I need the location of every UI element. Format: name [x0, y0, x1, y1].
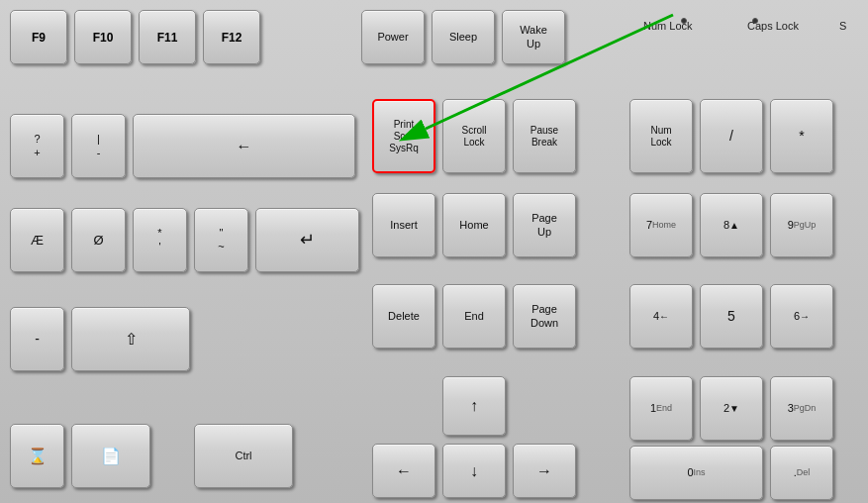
- key-o-slash[interactable]: Ø: [71, 208, 126, 272]
- key-page-down[interactable]: PageDown: [513, 284, 576, 349]
- key-end[interactable]: End: [442, 284, 506, 349]
- key-pipe[interactable]: |-: [71, 114, 126, 178]
- key-shift[interactable]: ⇧: [71, 307, 190, 371]
- key-num-lock[interactable]: NumLock: [629, 99, 693, 173]
- key-num-2[interactable]: 2▼: [700, 376, 763, 441]
- key-num-0[interactable]: 0Ins: [629, 446, 763, 500]
- keyboard: Power Sleep WakeUp Num Lock Caps Lock S …: [0, 0, 868, 503]
- key-page-up[interactable]: PageUp: [513, 193, 576, 257]
- key-home[interactable]: Home: [442, 193, 506, 257]
- key-enter[interactable]: ↵: [255, 208, 359, 272]
- key-doc[interactable]: 📄: [71, 424, 150, 488]
- key-wake-up[interactable]: WakeUp: [502, 10, 565, 64]
- key-pause-break[interactable]: PauseBreak: [513, 99, 576, 173]
- key-num-9[interactable]: 9PgUp: [770, 193, 833, 257]
- key-f10[interactable]: [74, 10, 132, 64]
- key-num-dot[interactable]: .Del: [770, 446, 833, 500]
- key-num-slash[interactable]: /: [700, 99, 763, 173]
- key-minus[interactable]: -: [10, 307, 64, 371]
- caps-lock-text: Caps Lock: [747, 20, 799, 32]
- key-delete[interactable]: Delete: [372, 284, 435, 349]
- key-num-5[interactable]: 5: [700, 284, 763, 349]
- key-tilde[interactable]: "~: [194, 208, 248, 272]
- key-num-4[interactable]: 4←: [629, 284, 693, 349]
- key-f12[interactable]: [203, 10, 260, 64]
- key-insert[interactable]: Insert: [372, 193, 435, 257]
- key-power[interactable]: Power: [361, 10, 425, 64]
- key-backspace[interactable]: ←: [133, 114, 355, 178]
- key-arrow-left[interactable]: ←: [372, 444, 435, 498]
- key-num-8[interactable]: 8▲: [700, 193, 763, 257]
- key-question[interactable]: ?+: [10, 114, 64, 178]
- key-arrow-right[interactable]: →: [513, 444, 576, 498]
- key-asterisk[interactable]: *': [133, 208, 187, 272]
- key-num-3[interactable]: 3PgDn: [770, 376, 833, 441]
- key-print-scrn[interactable]: PrintScrnSysRq: [372, 99, 435, 173]
- key-ctrl[interactable]: Ctrl: [194, 424, 293, 488]
- key-num-6[interactable]: 6→: [770, 284, 833, 349]
- key-num-1[interactable]: 1End: [629, 376, 693, 441]
- key-num-7[interactable]: 7Home: [629, 193, 693, 257]
- key-scroll-lock[interactable]: ScrollLock: [442, 99, 506, 173]
- num-lock-text: Num Lock: [643, 20, 693, 32]
- key-f9[interactable]: [10, 10, 67, 64]
- key-arrow-up[interactable]: ↑: [442, 376, 506, 436]
- key-ae[interactable]: Æ: [10, 208, 64, 272]
- key-num-star[interactable]: *: [770, 99, 833, 173]
- scroll-indicator-text: S: [839, 20, 846, 32]
- key-f11[interactable]: [139, 10, 196, 64]
- key-arrow-down[interactable]: ↓: [442, 444, 506, 498]
- key-hourglass[interactable]: ⌛: [10, 424, 64, 488]
- key-sleep[interactable]: Sleep: [432, 10, 495, 64]
